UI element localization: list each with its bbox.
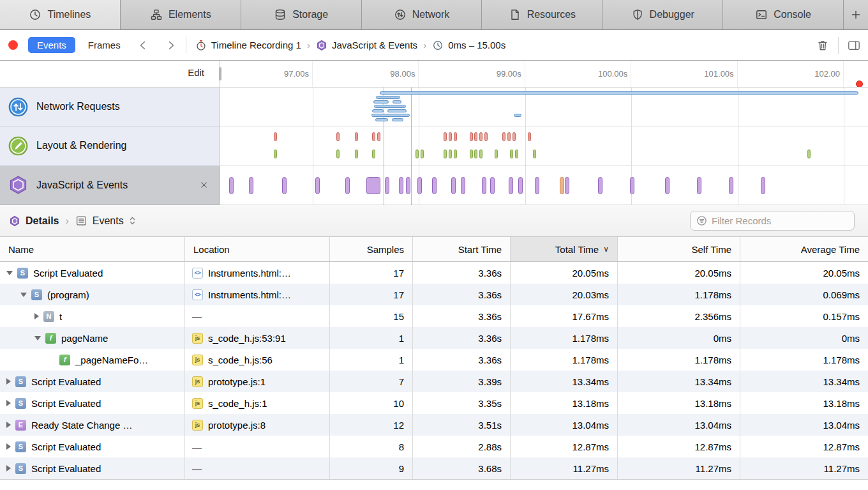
column-header-self-time[interactable]: Self Time — [618, 237, 740, 261]
paint-mark — [444, 149, 447, 158]
list-view-icon — [75, 215, 87, 227]
tab-label: Elements — [168, 9, 211, 20]
location-cell: <>Instruments.html:… — [185, 284, 330, 305]
column-header-location[interactable]: Location — [185, 237, 330, 261]
disclosure-triangle-icon[interactable] — [34, 336, 41, 341]
back-button[interactable] — [137, 40, 149, 51]
sidebar-toggle-icon[interactable] — [848, 39, 860, 52]
disclosure-triangle-icon[interactable] — [6, 271, 13, 275]
js-track-icon — [8, 175, 28, 195]
filter-records-input[interactable] — [712, 215, 848, 226]
layout-mark — [336, 132, 340, 141]
column-header-start-time[interactable]: Start Time — [413, 237, 511, 261]
self-time-cell: 2.356ms — [618, 305, 740, 327]
disclosure-triangle-icon[interactable] — [34, 313, 39, 319]
ruler-tick — [418, 61, 419, 87]
self-time-cell: 20.05ms — [618, 262, 740, 284]
column-header-average-time[interactable]: Average Time — [740, 237, 868, 261]
network-icon — [394, 8, 407, 21]
layout-mark — [470, 132, 473, 141]
table-row[interactable]: S(program)<>Instruments.html:…173.36s20.… — [0, 284, 868, 305]
table-row[interactable]: SScript Evaluated—93.68s11.27ms11.27ms11… — [0, 457, 868, 479]
events-view-selector[interactable]: Events — [93, 215, 124, 227]
paint-mark — [336, 149, 340, 158]
table-row[interactable]: SScript Evaluated<>Instruments.html:…173… — [0, 262, 868, 284]
event-name: Ready State Change … — [31, 420, 132, 431]
web-inspector-window: TimelinesElementsStorageNetworkResources… — [0, 0, 868, 490]
forward-button[interactable] — [165, 40, 177, 51]
table-row[interactable]: SScript Evaluatedjsprototype.js:173.39s1… — [0, 371, 868, 392]
event-name: Script Evaluated — [31, 463, 101, 474]
table-row[interactable]: SScript Evaluated—82.88s12.87ms12.87ms12… — [0, 436, 868, 457]
tab-debugger[interactable]: Debugger — [602, 0, 723, 29]
ruler-tick-label: 102.00 — [795, 69, 840, 79]
script-event-bar — [697, 177, 701, 194]
column-header-total-time[interactable]: Total Time∨ — [511, 237, 618, 261]
table-row[interactable]: f_pageNameFo…jss_code_h.js:5613.36s1.178… — [0, 349, 868, 371]
disclosure-triangle-icon[interactable] — [6, 422, 11, 428]
track-name: Network Requests — [36, 101, 120, 112]
table-row[interactable]: fpageNamejss_code_h.js:53:9113.36s1.178m… — [0, 327, 868, 349]
edit-button[interactable]: Edit — [188, 67, 204, 78]
column-header-name[interactable]: Name — [0, 237, 185, 261]
disclosure-triangle-icon[interactable] — [20, 293, 27, 297]
disclosure-triangle-icon[interactable] — [6, 378, 11, 385]
breadcrumb-item-timeline-recording-1[interactable]: Timeline Recording 1 — [195, 40, 301, 51]
track-network-requests[interactable]: Network Requests — [0, 88, 868, 126]
tab-resources[interactable]: Resources — [482, 0, 602, 29]
name-cell: SScript Evaluated — [0, 371, 185, 392]
track-label: Layout & Rendering — [0, 126, 220, 165]
disclosure-triangle-icon[interactable] — [6, 400, 11, 406]
table-row[interactable]: EReady State Change …jsprototype.js:8123… — [0, 414, 868, 436]
trash-icon[interactable] — [816, 39, 829, 52]
html-file-icon: <> — [192, 268, 203, 279]
script-event-bar — [518, 177, 523, 194]
tab-label: Debugger — [650, 9, 694, 20]
ruler-scale[interactable]: 97.00s98.00s99.00s100.00s101.00s102.00 — [220, 61, 868, 87]
record-button[interactable] — [8, 40, 18, 50]
tab-storage[interactable]: Storage — [241, 0, 362, 29]
tab-console[interactable]: Console — [723, 0, 844, 29]
script-event-bar — [406, 177, 410, 194]
paint-mark — [274, 149, 277, 158]
total-time-cell: 20.05ms — [511, 262, 618, 284]
self-time-cell: 11.27ms — [618, 457, 740, 479]
disclosure-triangle-icon[interactable] — [6, 465, 11, 471]
track-layout-rendering[interactable]: Layout & Rendering — [0, 126, 868, 165]
table-row[interactable]: SScript Evaluatedjss_code_h.js:1103.35s1… — [0, 392, 868, 414]
tab-timelines[interactable]: Timelines — [0, 0, 121, 29]
network-request-bar — [371, 114, 410, 117]
tab-network[interactable]: Network — [362, 0, 483, 29]
frames-toggle[interactable]: Frames — [88, 40, 121, 50]
table-row[interactable]: Nt—153.36s17.67ms2.356ms0.157ms — [0, 305, 868, 327]
ruler-tick — [631, 61, 631, 87]
close-track-icon[interactable] — [199, 180, 220, 190]
track-javascript-events[interactable]: JavaScript & Events — [0, 166, 868, 205]
layout-mark — [484, 132, 488, 141]
events-toggle[interactable]: Events — [28, 37, 75, 53]
paint-mark — [449, 149, 452, 158]
js-file-icon: js — [192, 333, 203, 344]
location-cell: — — [185, 436, 330, 457]
location-cell: — — [185, 457, 330, 479]
location-text: Instruments.html:… — [208, 268, 291, 279]
add-tab-button[interactable] — [844, 0, 868, 29]
network-request-bar — [375, 118, 388, 121]
paint-mark — [479, 149, 483, 158]
name-cell: SScript Evaluated — [0, 262, 185, 284]
tab-elements[interactable]: Elements — [121, 0, 241, 29]
disclosure-triangle-icon[interactable] — [6, 443, 11, 450]
breadcrumb-item-0ms-15-00s[interactable]: 0ms – 15.00s — [432, 40, 505, 51]
track-label: JavaScript & Events — [0, 166, 220, 205]
filter-records-field[interactable] — [690, 211, 855, 231]
paint-mark — [415, 149, 419, 158]
view-chooser-icon[interactable] — [128, 215, 137, 227]
samples-cell: 17 — [330, 284, 413, 305]
recording-position-dot — [856, 80, 863, 87]
breadcrumb: Timeline Recording 1›JavaScript & Events… — [195, 40, 505, 51]
location-text: Instruments.html:… — [208, 289, 291, 300]
details-breadcrumb[interactable]: Details — [26, 215, 59, 227]
column-header-samples[interactable]: Samples — [330, 237, 413, 261]
breadcrumb-item-javascript-events[interactable]: JavaScript & Events — [316, 40, 417, 51]
column-resize-handle[interactable] — [219, 67, 221, 80]
